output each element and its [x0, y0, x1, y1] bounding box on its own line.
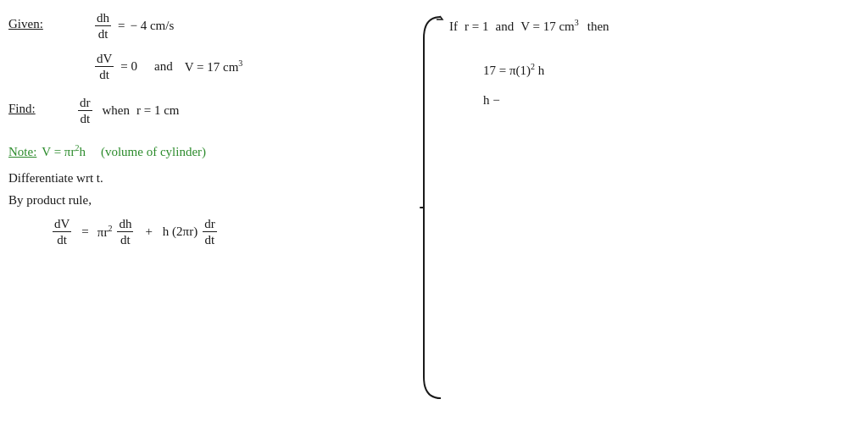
- full-deriv-row: dV dt = πr2 dh dt + h (2πr) dr dt: [51, 216, 219, 247]
- dv-dt-row: dV dt = 0 and V = 17 cm3: [93, 51, 242, 82]
- dv-den: dt: [97, 67, 111, 82]
- eq1: 17 = π(1)2 h: [483, 61, 544, 80]
- equals-deriv: =: [81, 223, 88, 241]
- find-label: Find:: [8, 100, 36, 118]
- dv-dt-frac: dV dt: [95, 51, 114, 82]
- note-desc: (volume of cylinder): [101, 143, 206, 161]
- dh-den: dt: [97, 26, 110, 42]
- differentiate-row: Differentiate wrt t.: [8, 169, 103, 187]
- h-2pir: h (2πr): [163, 223, 198, 241]
- note-eq: V = πr2h: [42, 142, 86, 161]
- dh-num2: dh: [117, 216, 133, 232]
- product-label: By product rule,: [8, 191, 92, 209]
- if-row: If r = 1 and V = 17 cm3 then: [449, 17, 609, 36]
- dv-equals: = 0: [120, 58, 137, 75]
- product-rule-row: By product rule,: [8, 191, 92, 209]
- and-label-right: and: [495, 18, 514, 36]
- r-val: r = 1: [465, 18, 488, 36]
- V-val-right: V = 17 cm3: [520, 17, 579, 36]
- dh-dt-frac2: dh dt: [117, 216, 133, 247]
- left-panel: Given: dh dt = − 4 cm/s dV dt = 0 and V …: [0, 0, 415, 427]
- dh-equals: =: [118, 17, 125, 35]
- then-label: then: [587, 18, 609, 36]
- plus-sign: +: [145, 223, 152, 241]
- given-label: Given:: [8, 15, 43, 33]
- dv-dt-frac2: dV dt: [53, 216, 71, 247]
- h-minus-row: h −: [483, 92, 500, 109]
- note-row: Note: V = πr2h (volume of cylinder): [8, 142, 206, 161]
- dv-num2: dV: [53, 216, 71, 232]
- dh-den2: dt: [119, 232, 132, 247]
- and-label-dv: and: [154, 58, 173, 75]
- find-row: dr dt when r = 1 cm: [76, 95, 180, 126]
- pi-r2: πr2: [97, 223, 113, 241]
- V-eq: V = 17 cm3: [185, 58, 243, 76]
- dv-den2: dt: [55, 232, 69, 247]
- dv-num: dV: [95, 51, 114, 67]
- dh-num: dh: [95, 10, 111, 26]
- eq1-row: 17 = π(1)2 h: [483, 61, 544, 80]
- dh-dt-frac: dh dt: [95, 10, 111, 42]
- dr-den: dt: [78, 111, 92, 126]
- given-label-row: Given:: [8, 15, 43, 33]
- dr-num: dr: [78, 95, 92, 111]
- diff-label: Differentiate wrt t.: [8, 169, 103, 187]
- dh-dt-row: dh dt = − 4 cm/s: [93, 10, 174, 42]
- if-label: If: [449, 18, 458, 36]
- h-minus: h −: [483, 92, 500, 109]
- page: Given: dh dt = − 4 cm/s dV dt = 0 and V …: [0, 0, 868, 427]
- dh-value: − 4 cm/s: [130, 17, 174, 35]
- dr-dt-frac2: dr dt: [203, 216, 217, 247]
- r-eq: r = 1 cm: [136, 102, 180, 119]
- when-label: when: [103, 102, 131, 119]
- dr-dt-frac: dr dt: [78, 95, 92, 126]
- dr-den2: dt: [203, 232, 217, 247]
- right-panel: If r = 1 and V = 17 cm3 then 17 = π(1)2 …: [415, 0, 868, 427]
- find-label-row: Find:: [8, 100, 36, 118]
- dr-num2: dr: [203, 216, 217, 232]
- note-label: Note:: [8, 143, 36, 161]
